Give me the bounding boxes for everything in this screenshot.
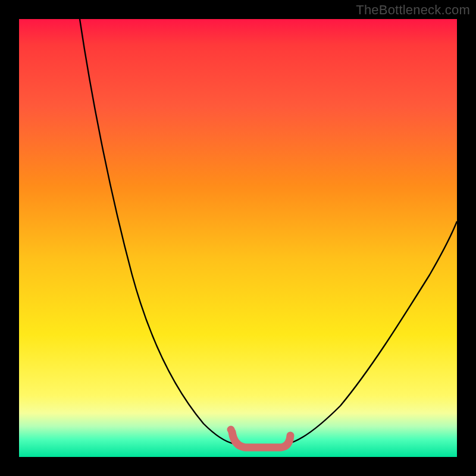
valley-dot bbox=[227, 426, 235, 434]
plot-area bbox=[19, 19, 457, 457]
valley-marker bbox=[232, 432, 290, 447]
left-curve bbox=[80, 19, 234, 444]
watermark-text: TheBottleneck.com bbox=[356, 2, 470, 18]
curves-svg bbox=[19, 19, 457, 457]
right-curve bbox=[287, 221, 457, 444]
chart-frame: TheBottleneck.com bbox=[0, 0, 476, 476]
